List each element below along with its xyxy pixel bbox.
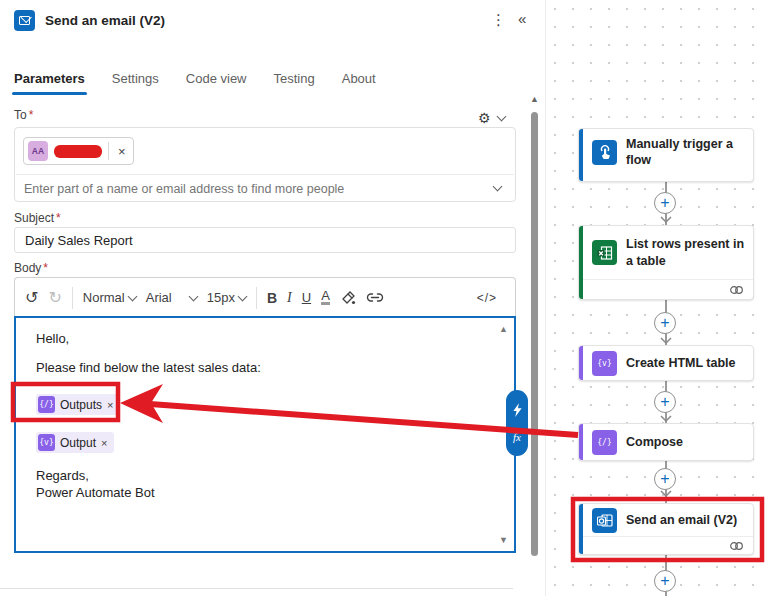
power-automate-designer: Send an email (V2) ⋮ « Parameters Settin… bbox=[0, 0, 768, 596]
panel-bottom-divider bbox=[0, 588, 513, 589]
outlook-icon bbox=[14, 10, 35, 31]
dynamic-token-outputs[interactable]: {/} Outputs × bbox=[36, 394, 120, 415]
panel-tabs: Parameters Settings Code view Testing Ab… bbox=[14, 71, 376, 95]
node-title: Send an email (V2) bbox=[626, 512, 737, 528]
collapse-panel-icon[interactable]: « bbox=[518, 10, 526, 27]
italic-button[interactable]: I bbox=[287, 290, 292, 306]
more-menu-icon[interactable]: ⋮ bbox=[491, 11, 506, 29]
body-text-signature: Power Automate Bot bbox=[36, 485, 155, 500]
body-text-intro: Please find below the latest sales data: bbox=[36, 360, 261, 375]
data-operation-icon: {v} bbox=[592, 351, 617, 376]
node-accent bbox=[579, 346, 583, 380]
chevron-down-icon[interactable] bbox=[496, 112, 506, 122]
flow-canvas[interactable]: Manually trigger a flow + List rows pres… bbox=[545, 0, 768, 596]
outlook-icon bbox=[592, 508, 617, 533]
action-config-panel: Send an email (V2) ⋮ « Parameters Settin… bbox=[0, 0, 545, 596]
insert-step-button[interactable]: + bbox=[654, 468, 676, 490]
node-footer bbox=[579, 536, 753, 554]
panel-scrollbar: ▲ bbox=[528, 94, 542, 596]
flow-node-list-rows[interactable]: List rows present in a table bbox=[578, 225, 754, 300]
dynamic-content-fx-button[interactable]: fx bbox=[506, 390, 528, 456]
text-color-button[interactable]: A bbox=[321, 290, 330, 305]
body-text-closing: Regards, bbox=[36, 468, 89, 483]
flow-node-create-html-table[interactable]: {v} Create HTML table bbox=[578, 345, 754, 381]
connection-link-icon bbox=[729, 541, 744, 551]
rich-text-toolbar: ↺ ↻ Normal Arial 15px B I U A </​> bbox=[14, 277, 516, 317]
toolbar-divider bbox=[72, 287, 73, 309]
font-family-dropdown[interactable]: Arial bbox=[146, 290, 197, 305]
tab-code-view[interactable]: Code view bbox=[186, 71, 247, 95]
fx-icon: fx bbox=[513, 431, 521, 443]
node-accent bbox=[579, 129, 583, 181]
code-view-button[interactable]: </​> bbox=[477, 291, 497, 305]
tab-parameters[interactable]: Parameters bbox=[14, 71, 85, 95]
paragraph-style-dropdown[interactable]: Normal bbox=[83, 290, 136, 305]
node-title: Create HTML table bbox=[626, 355, 736, 371]
panel-title: Send an email (V2) bbox=[45, 13, 165, 28]
node-footer bbox=[579, 279, 753, 299]
dynamic-token-output[interactable]: {v} Output × bbox=[36, 432, 114, 453]
node-title: List rows present in a table bbox=[626, 236, 745, 269]
to-search-input[interactable] bbox=[24, 178, 484, 200]
body-editor[interactable]: ▲ ▼ Hello, Please find below the latest … bbox=[14, 316, 516, 553]
underline-button[interactable]: U bbox=[302, 290, 311, 305]
subject-label: Subject* bbox=[14, 211, 61, 225]
chip-divider bbox=[108, 142, 109, 160]
bold-button[interactable]: B bbox=[267, 290, 277, 306]
toolbar-divider bbox=[256, 287, 257, 309]
subject-input[interactable] bbox=[15, 228, 515, 252]
recipient-chip[interactable]: AA × bbox=[23, 137, 134, 165]
to-label: To* bbox=[14, 108, 33, 122]
body-label: Body* bbox=[14, 261, 48, 275]
insert-step-button[interactable]: + bbox=[654, 192, 676, 214]
connector-arrow-icon bbox=[660, 216, 672, 223]
highlight-color-icon[interactable] bbox=[340, 291, 356, 305]
scroll-down-icon[interactable]: ▼ bbox=[499, 535, 508, 545]
gear-icon[interactable]: ⚙ bbox=[478, 110, 491, 126]
tab-about[interactable]: About bbox=[342, 71, 376, 95]
manual-trigger-icon bbox=[592, 140, 617, 165]
connection-link-icon bbox=[729, 285, 744, 295]
node-accent bbox=[579, 424, 583, 460]
remove-recipient-icon[interactable]: × bbox=[115, 144, 129, 159]
connector-arrow-icon bbox=[660, 337, 672, 344]
panel-header: Send an email (V2) bbox=[14, 10, 165, 31]
remove-token-icon[interactable]: × bbox=[101, 437, 107, 449]
subject-field bbox=[14, 227, 516, 253]
redacted-recipient-name bbox=[54, 145, 102, 158]
excel-icon bbox=[592, 240, 617, 265]
avatar: AA bbox=[28, 141, 48, 161]
scrollbar-thumb[interactable] bbox=[531, 112, 538, 556]
flow-node-send-email[interactable]: Send an email (V2) bbox=[578, 503, 754, 555]
remove-token-icon[interactable]: × bbox=[107, 399, 113, 411]
body-text-greeting: Hello, bbox=[36, 331, 69, 346]
node-title: Compose bbox=[626, 434, 683, 450]
to-field-divider bbox=[16, 174, 514, 175]
insert-step-button[interactable]: + bbox=[654, 312, 676, 334]
undo-icon[interactable]: ↺ bbox=[25, 288, 38, 307]
connector-arrow-icon bbox=[660, 490, 672, 497]
to-field-options[interactable]: ⚙ bbox=[478, 110, 505, 126]
node-title: Manually trigger a flow bbox=[626, 136, 745, 169]
tab-settings[interactable]: Settings bbox=[112, 71, 159, 95]
expression-icon: {/} bbox=[38, 396, 55, 413]
node-accent bbox=[579, 226, 583, 299]
connector-arrow-icon bbox=[660, 415, 672, 422]
insert-step-button[interactable]: + bbox=[654, 391, 676, 413]
flow-node-compose[interactable]: {/} Compose bbox=[578, 423, 754, 461]
insert-link-icon[interactable] bbox=[366, 292, 384, 303]
variable-icon: {v} bbox=[38, 434, 55, 451]
scroll-up-icon[interactable]: ▲ bbox=[499, 324, 508, 334]
to-field[interactable]: AA × bbox=[14, 127, 516, 202]
data-operation-icon: {/} bbox=[592, 430, 617, 455]
tab-testing[interactable]: Testing bbox=[274, 71, 315, 95]
scrollbar-up-icon[interactable]: ▲ bbox=[530, 94, 539, 104]
redo-icon[interactable]: ↻ bbox=[48, 288, 61, 307]
insert-step-button[interactable]: + bbox=[654, 570, 676, 592]
font-size-dropdown[interactable]: 15px bbox=[207, 290, 246, 305]
to-expand-chevron-icon[interactable] bbox=[493, 182, 503, 192]
lightning-icon bbox=[512, 403, 523, 417]
flow-node-manual-trigger[interactable]: Manually trigger a flow bbox=[578, 128, 754, 182]
node-accent bbox=[579, 504, 583, 554]
